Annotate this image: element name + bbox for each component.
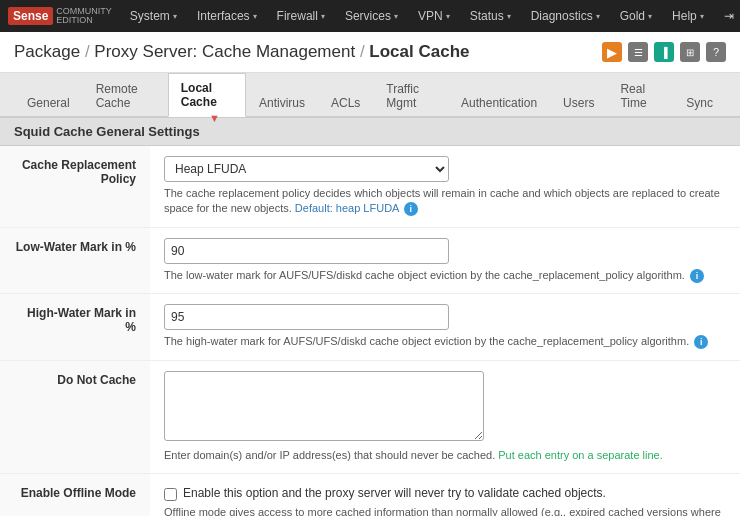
- tab-local-cache[interactable]: Local Cache ▼: [168, 73, 246, 117]
- tabs-bar: General Remote Cache Local Cache ▼ Antiv…: [0, 73, 740, 117]
- breadcrumb-page: Local Cache: [369, 42, 469, 61]
- caret-icon: ▾: [596, 12, 600, 21]
- nav-menu: System ▾ Interfaces ▾ Firewall ▾ Service…: [120, 0, 714, 32]
- help-link-cache-replacement[interactable]: Default: heap LFUDA: [295, 202, 399, 214]
- nav-interfaces[interactable]: Interfaces ▾: [187, 0, 267, 32]
- help-link-do-not-cache[interactable]: Put each entry on a separate line.: [498, 449, 663, 461]
- nav-diagnostics[interactable]: Diagnostics ▾: [521, 0, 610, 32]
- row-high-water: High-Water Mark in % The high-water mark…: [0, 294, 740, 360]
- help-cache-replacement: The cache replacement policy decides whi…: [164, 186, 726, 217]
- caret-icon: ▾: [648, 12, 652, 21]
- field-do-not-cache: Enter domain(s) and/or IP address(es) th…: [150, 360, 740, 473]
- tab-antivirus[interactable]: Antivirus: [246, 88, 318, 117]
- breadcrumb-icons: ▶ ☰ ▐ ⊞ ?: [602, 42, 726, 62]
- breadcrumb-icon-chart[interactable]: ▐: [654, 42, 674, 62]
- tab-acls[interactable]: ACLs: [318, 88, 373, 117]
- navbar: Sense COMMUNITYEDITION System ▾ Interfac…: [0, 0, 740, 32]
- row-low-water: Low-Water Mark in % The low-water mark f…: [0, 227, 740, 293]
- select-cache-replacement[interactable]: Heap LFUDA Heap GDSF Heap LRU LRU: [164, 156, 449, 182]
- help-high-water: The high-water mark for AUFS/UFS/diskd c…: [164, 334, 726, 349]
- caret-icon: ▾: [700, 12, 704, 21]
- row-do-not-cache: Do Not Cache Enter domain(s) and/or IP a…: [0, 360, 740, 473]
- section-heading: Squid Cache General Settings: [0, 117, 740, 146]
- tab-sync[interactable]: Sync: [673, 88, 726, 117]
- caret-icon: ▾: [253, 12, 257, 21]
- form-table: Cache Replacement Policy Heap LFUDA Heap…: [0, 146, 740, 516]
- tab-general[interactable]: General: [14, 88, 83, 117]
- checkbox-label-offline: Enable this option and the proxy server …: [183, 486, 606, 500]
- nav-vpn[interactable]: VPN ▾: [408, 0, 460, 32]
- row-cache-replacement: Cache Replacement Policy Heap LFUDA Heap…: [0, 146, 740, 227]
- caret-icon: ▾: [446, 12, 450, 21]
- tab-users[interactable]: Users: [550, 88, 607, 117]
- label-low-water: Low-Water Mark in %: [0, 227, 150, 293]
- breadcrumb-sep1: /: [85, 42, 94, 61]
- breadcrumb-icon-grid[interactable]: ⊞: [680, 42, 700, 62]
- checkbox-row-offline: Enable this option and the proxy server …: [164, 486, 726, 501]
- label-do-not-cache: Do Not Cache: [0, 360, 150, 473]
- breadcrumb-icon-help[interactable]: ?: [706, 42, 726, 62]
- caret-icon: ▾: [507, 12, 511, 21]
- main-content: Squid Cache General Settings Cache Repla…: [0, 117, 740, 516]
- breadcrumb-icon-play[interactable]: ▶: [602, 42, 622, 62]
- caret-icon: ▾: [173, 12, 177, 21]
- breadcrumb-icon-list[interactable]: ☰: [628, 42, 648, 62]
- input-low-water[interactable]: [164, 238, 449, 264]
- breadcrumb-proxy-link[interactable]: Proxy Server: Cache Management: [94, 42, 355, 61]
- info-icon-high-water[interactable]: i: [694, 335, 708, 349]
- info-icon-cache-replacement[interactable]: i: [404, 202, 418, 216]
- breadcrumb-package-link[interactable]: Package: [14, 42, 80, 61]
- nav-system[interactable]: System ▾: [120, 0, 187, 32]
- field-cache-replacement: Heap LFUDA Heap GDSF Heap LRU LRU The ca…: [150, 146, 740, 227]
- caret-icon: ▾: [394, 12, 398, 21]
- nav-firewall[interactable]: Firewall ▾: [267, 0, 335, 32]
- navbar-right: ⇥: [714, 9, 740, 23]
- caret-icon: ▾: [321, 12, 325, 21]
- tab-traffic-mgmt[interactable]: Traffic Mgmt: [373, 74, 448, 117]
- breadcrumb-text: Package / Proxy Server: Cache Management…: [14, 42, 470, 62]
- label-high-water: High-Water Mark in %: [0, 294, 150, 360]
- help-offline-mode: Offline mode gives access to more cached…: [164, 505, 726, 516]
- label-cache-replacement: Cache Replacement Policy: [0, 146, 150, 227]
- row-offline-mode: Enable Offline Mode Enable this option a…: [0, 473, 740, 516]
- label-offline-mode: Enable Offline Mode: [0, 473, 150, 516]
- nav-gold[interactable]: Gold ▾: [610, 0, 662, 32]
- input-high-water[interactable]: [164, 304, 449, 330]
- field-high-water: The high-water mark for AUFS/UFS/diskd c…: [150, 294, 740, 360]
- tab-real-time[interactable]: Real Time: [607, 74, 673, 117]
- help-low-water: The low-water mark for AUFS/UFS/diskd ca…: [164, 268, 726, 283]
- nav-services[interactable]: Services ▾: [335, 0, 408, 32]
- textarea-do-not-cache[interactable]: [164, 371, 484, 441]
- nav-help[interactable]: Help ▾: [662, 0, 714, 32]
- brand-logo[interactable]: Sense COMMUNITYEDITION: [8, 7, 112, 25]
- field-offline-mode: Enable this option and the proxy server …: [150, 473, 740, 516]
- field-low-water: The low-water mark for AUFS/UFS/diskd ca…: [150, 227, 740, 293]
- help-do-not-cache: Enter domain(s) and/or IP address(es) th…: [164, 448, 726, 463]
- tab-remote-cache[interactable]: Remote Cache: [83, 74, 168, 117]
- nav-status[interactable]: Status ▾: [460, 0, 521, 32]
- info-icon-low-water[interactable]: i: [690, 269, 704, 283]
- logout-button[interactable]: ⇥: [714, 9, 740, 23]
- checkbox-offline-mode[interactable]: [164, 488, 177, 501]
- breadcrumb-sep2: /: [360, 42, 369, 61]
- breadcrumb: Package / Proxy Server: Cache Management…: [0, 32, 740, 73]
- tab-authentication[interactable]: Authentication: [448, 88, 550, 117]
